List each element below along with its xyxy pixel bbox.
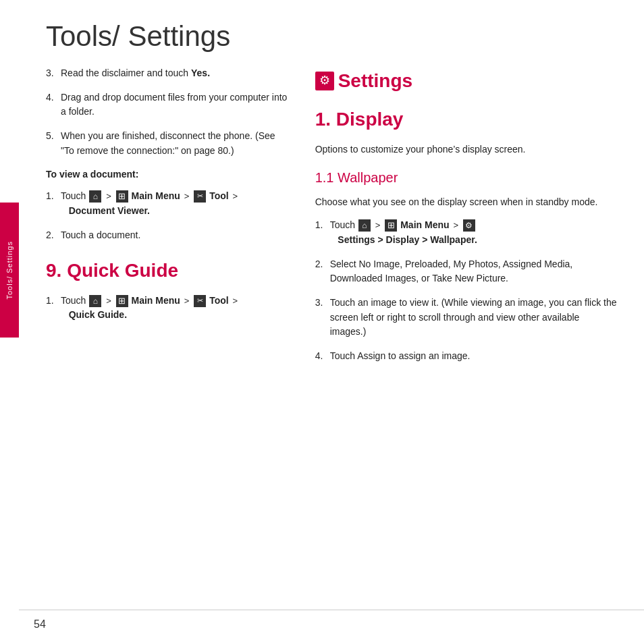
chevron-qg-2: > <box>184 296 190 306</box>
quick-guide-item-1: 1. Touch > Main Menu > Tool > Quick G <box>46 294 288 323</box>
wallpaper-item-2-text: Select No Image, Preloaded, My Photos, A… <box>330 257 617 286</box>
wallpaper-item-1-num: 1. <box>315 218 330 233</box>
wallpaper-item-1-text: Touch > Main Menu > Settings > Display >… <box>330 218 477 247</box>
item-4-text: Drag and drop document files from your c… <box>61 90 288 119</box>
grid-icon <box>116 190 128 203</box>
item-5-num: 5. <box>46 129 61 144</box>
grid-icon-wp <box>385 219 397 232</box>
wallpaper-item-4: 4. Touch Assign to assign an image. <box>315 349 617 364</box>
sidebar-tab: Tools/ Settings <box>0 203 19 338</box>
chevron-wp-2: > <box>453 220 458 230</box>
list-item-4: 4. Drag and drop document files from you… <box>46 90 288 119</box>
item-4-num: 4. <box>46 90 61 105</box>
view-doc-label: To view a document: <box>46 167 288 182</box>
display-desc: Options to customize your phone’s displa… <box>315 142 617 157</box>
home-icon <box>89 190 101 203</box>
settings-header: Settings <box>315 66 617 95</box>
view-doc-item-1: 1. Touch > Main Menu > Tool > Document V… <box>46 189 288 218</box>
right-column: Settings 1. Display Options to customize… <box>302 66 630 644</box>
wallpaper-item-4-num: 4. <box>315 349 330 364</box>
main-menu-qg-label: Main Menu <box>132 295 180 306</box>
home-icon-wp <box>358 219 371 232</box>
wallpaper-item-4-text: Touch Assign to assign an image. <box>330 349 471 364</box>
wallpaper-desc: Choose what you see on the display scree… <box>315 195 617 210</box>
quick-guide-item-1-num: 1. <box>46 294 61 308</box>
settings-display-wp-label: Settings > Display > Wallpaper. <box>330 234 477 245</box>
grid-icon-qg <box>116 295 128 307</box>
tool-icon-qg <box>194 295 206 307</box>
display-heading: 1. Display <box>315 105 617 134</box>
settings-heading: Settings <box>338 66 412 95</box>
view-doc-item-2: 2. Touch a document. <box>46 228 288 243</box>
chevron-3: > <box>233 191 238 201</box>
doc-viewer-label: Document Viewer. <box>61 205 150 216</box>
list-item-5: 5. When you are finished, disconnect the… <box>46 129 288 158</box>
view-doc-item-2-text: Touch a document. <box>61 228 140 243</box>
item-5-text: When you are finished, disconnect the ph… <box>61 129 288 158</box>
main-content: Tools/ Settings 3. Read the disclaimer a… <box>19 0 644 644</box>
chevron-qg-1: > <box>106 296 111 306</box>
left-column: 3. Read the disclaimer and touch Yes. 4.… <box>32 66 302 644</box>
quick-guide-label: Quick Guide. <box>61 309 127 320</box>
item-3-num: 3. <box>46 66 61 81</box>
view-doc-item-1-text: Touch > Main Menu > Tool > Document View… <box>61 189 239 218</box>
chevron-2: > <box>184 191 190 201</box>
settings-icon <box>315 72 334 90</box>
tool-qg-label: Tool <box>209 295 229 306</box>
two-col-layout: 3. Read the disclaimer and touch Yes. 4.… <box>19 66 644 644</box>
main-menu-label: Main Menu <box>132 190 180 201</box>
page-number: 54 <box>34 618 46 630</box>
wallpaper-item-3-text: Touch an image to view it. (While viewin… <box>330 296 617 340</box>
home-icon-qg <box>89 295 101 307</box>
quick-guide-heading: 9. Quick Guide <box>46 256 288 285</box>
sidebar-tab-label: Tools/ Settings <box>5 241 14 300</box>
wallpaper-item-2: 2. Select No Image, Preloaded, My Photos… <box>315 257 617 286</box>
tool-icon <box>194 190 206 203</box>
item-3-text: Read the disclaimer and touch Yes. <box>61 66 210 81</box>
chevron-wp-1: > <box>375 220 381 230</box>
view-doc-item-2-num: 2. <box>46 228 61 243</box>
wallpaper-item-2-num: 2. <box>315 257 330 272</box>
item-3-bold: Yes. <box>191 68 210 78</box>
page: Tools/ Settings Tools/ Settings 3. Read … <box>0 0 644 644</box>
chevron-1: > <box>106 191 111 201</box>
page-title: Tools/ Settings <box>19 0 644 66</box>
wallpaper-item-3-num: 3. <box>315 296 330 311</box>
tool-label: Tool <box>209 190 229 201</box>
main-menu-wp-label: Main Menu <box>400 219 449 230</box>
wallpaper-item-1: 1. Touch > Main Menu > Settings > Displa… <box>315 218 617 247</box>
bottom-divider <box>19 610 644 610</box>
quick-guide-section: 9. Quick Guide 1. Touch > Main Menu > <box>46 256 288 323</box>
wallpaper-heading: 1.1 Wallpaper <box>315 167 617 188</box>
quick-guide-item-1-text: Touch > Main Menu > Tool > Quick Guide. <box>61 294 239 323</box>
wallpaper-item-3: 3. Touch an image to view it. (While vie… <box>315 296 617 340</box>
list-item-3: 3. Read the disclaimer and touch Yes. <box>46 66 288 81</box>
view-doc-item-1-num: 1. <box>46 189 61 204</box>
chevron-qg-3: > <box>233 296 238 306</box>
gear-icon-wp <box>463 219 475 232</box>
